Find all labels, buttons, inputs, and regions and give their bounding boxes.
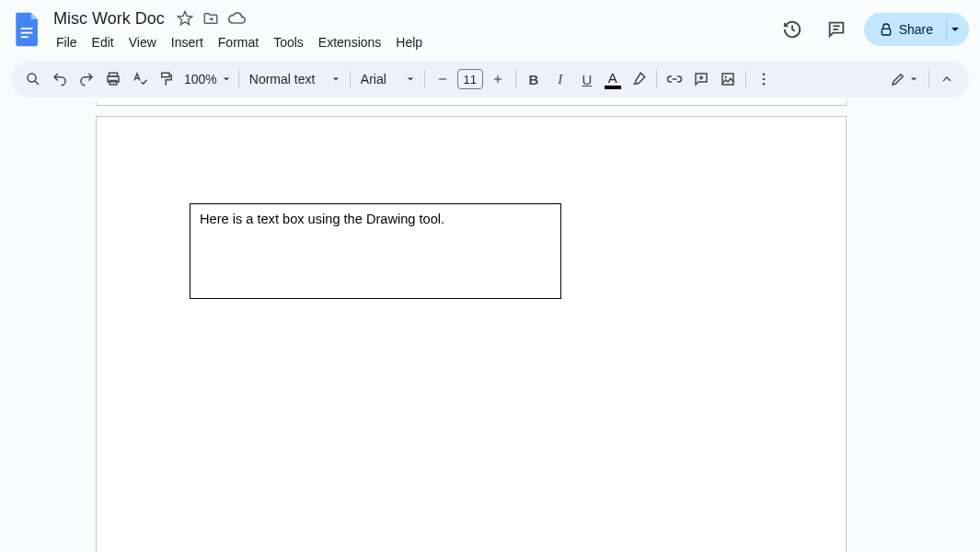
font-size-input[interactable]: [457, 69, 483, 89]
caret-down-icon: [951, 25, 960, 34]
font-dropdown[interactable]: Arial: [355, 66, 420, 92]
star-icon[interactable]: [176, 9, 194, 28]
svg-rect-0: [21, 28, 33, 29]
toolbar: 100% Normal text Arial B I U A: [11, 61, 969, 98]
page-previous[interactable]: [96, 101, 847, 106]
spellcheck-button[interactable]: [127, 66, 153, 92]
svg-rect-1: [21, 32, 33, 34]
menu-edit[interactable]: Edit: [86, 31, 121, 53]
svg-point-20: [762, 78, 765, 81]
comments-icon[interactable]: [820, 13, 853, 46]
share-button-group: Share: [864, 13, 969, 46]
svg-point-21: [762, 83, 765, 86]
svg-rect-11: [162, 73, 169, 77]
print-button[interactable]: [100, 66, 126, 92]
svg-point-18: [724, 76, 726, 78]
share-dropdown-button[interactable]: [947, 13, 969, 46]
drawing-text-box[interactable]: Here is a text box using the Drawing too…: [190, 203, 561, 299]
menu-help[interactable]: Help: [389, 31, 429, 53]
paragraph-style-dropdown[interactable]: Normal text: [244, 66, 345, 92]
paragraph-style-value: Normal text: [249, 72, 316, 86]
svg-point-6: [28, 74, 36, 82]
text-color-button[interactable]: A: [601, 70, 625, 89]
menu-view[interactable]: View: [122, 31, 163, 53]
zoom-dropdown[interactable]: 100%: [180, 66, 234, 92]
lock-icon: [879, 22, 894, 37]
share-button[interactable]: Share: [864, 13, 946, 46]
move-folder-icon[interactable]: [202, 9, 220, 28]
bold-button[interactable]: B: [521, 66, 547, 92]
menu-insert[interactable]: Insert: [165, 31, 210, 53]
drawing-text-content: Here is a text box using the Drawing too…: [200, 212, 444, 226]
underline-button[interactable]: U: [574, 66, 600, 92]
menu-bar: File Edit View Insert Format Tools Exten…: [50, 31, 776, 53]
paint-format-button[interactable]: [154, 66, 179, 92]
menu-file[interactable]: File: [50, 31, 84, 53]
caret-down-icon: [910, 75, 917, 83]
page[interactable]: Here is a text box using the Drawing too…: [96, 116, 847, 552]
separator: [424, 70, 425, 88]
add-comment-button[interactable]: [688, 66, 714, 92]
undo-button[interactable]: [47, 66, 73, 92]
increase-font-size-button[interactable]: [485, 66, 511, 92]
svg-line-7: [35, 81, 39, 85]
menu-tools[interactable]: Tools: [267, 31, 310, 53]
search-menus-button[interactable]: [20, 66, 46, 92]
doc-title[interactable]: Misc Work Doc: [50, 9, 168, 29]
more-toolbar-button[interactable]: [751, 66, 777, 92]
text-color-swatch: [605, 86, 621, 89]
separator: [745, 70, 746, 88]
svg-rect-5: [882, 29, 890, 35]
text-color-letter: A: [608, 72, 617, 85]
insert-link-button[interactable]: [662, 66, 687, 92]
zoom-value: 100%: [184, 72, 217, 86]
history-icon[interactable]: [776, 13, 809, 46]
redo-button[interactable]: [74, 66, 99, 92]
share-label: Share: [899, 22, 933, 37]
menu-format[interactable]: Format: [212, 31, 265, 53]
menu-extensions[interactable]: Extensions: [312, 31, 387, 53]
editing-mode-button[interactable]: [883, 66, 924, 92]
caret-down-icon: [332, 75, 340, 83]
highlight-color-button[interactable]: [626, 66, 651, 92]
caret-down-icon: [407, 75, 414, 83]
font-value: Arial: [361, 72, 386, 86]
decrease-font-size-button[interactable]: [430, 66, 455, 92]
separator: [515, 70, 516, 88]
svg-rect-2: [21, 36, 29, 38]
cloud-status-icon[interactable]: [227, 9, 246, 28]
separator: [656, 70, 657, 88]
svg-point-19: [762, 73, 765, 75]
collapse-toolbar-button[interactable]: [934, 66, 960, 92]
caret-down-icon: [223, 75, 230, 83]
pencil-icon: [890, 71, 906, 87]
separator: [350, 70, 351, 88]
separator: [928, 70, 929, 88]
insert-image-button[interactable]: [715, 66, 741, 92]
separator: [238, 70, 239, 88]
docs-app-icon[interactable]: [11, 9, 44, 50]
document-canvas[interactable]: Here is a text box using the Drawing too…: [0, 101, 980, 552]
italic-button[interactable]: I: [548, 66, 573, 92]
